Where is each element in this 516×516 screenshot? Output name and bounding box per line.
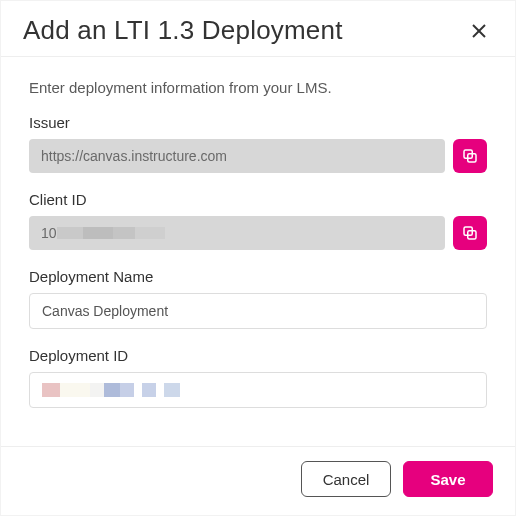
copy-issuer-button[interactable]: [453, 139, 487, 173]
field-deployment-id: Deployment ID: [29, 347, 487, 408]
save-button[interactable]: Save: [403, 461, 493, 497]
cancel-button[interactable]: Cancel: [301, 461, 391, 497]
client-id-label: Client ID: [29, 191, 487, 208]
copy-icon: [461, 147, 479, 165]
client-id-prefix: 10: [41, 225, 57, 241]
dialog-title: Add an LTI 1.3 Deployment: [23, 15, 343, 46]
close-icon: [471, 23, 487, 39]
deployment-name-label: Deployment Name: [29, 268, 487, 285]
issuer-label: Issuer: [29, 114, 487, 131]
deployment-id-redacted: [42, 383, 180, 397]
field-deployment-name: Deployment Name: [29, 268, 487, 329]
dialog-header: Add an LTI 1.3 Deployment: [1, 1, 515, 57]
client-id-value: 10: [29, 216, 445, 250]
client-id-redacted: [57, 227, 165, 239]
dialog-footer: Cancel Save: [1, 446, 515, 515]
deployment-id-label: Deployment ID: [29, 347, 487, 364]
issuer-value: https://canvas.instructure.com: [29, 139, 445, 173]
lti-deployment-dialog: Add an LTI 1.3 Deployment Enter deployme…: [0, 0, 516, 516]
dialog-body: Enter deployment information from your L…: [1, 57, 515, 446]
deployment-id-input[interactable]: [29, 372, 487, 408]
copy-icon: [461, 224, 479, 242]
close-button[interactable]: [465, 17, 493, 45]
field-client-id: Client ID 10: [29, 191, 487, 250]
field-issuer: Issuer https://canvas.instructure.com: [29, 114, 487, 173]
deployment-name-input[interactable]: [29, 293, 487, 329]
dialog-instruction: Enter deployment information from your L…: [29, 79, 487, 96]
copy-client-id-button[interactable]: [453, 216, 487, 250]
